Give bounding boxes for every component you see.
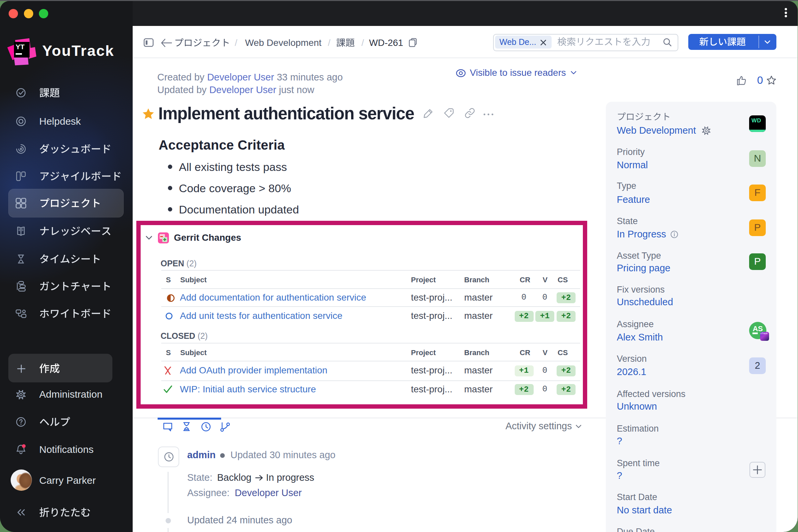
- svg-text:YT: YT: [16, 43, 25, 51]
